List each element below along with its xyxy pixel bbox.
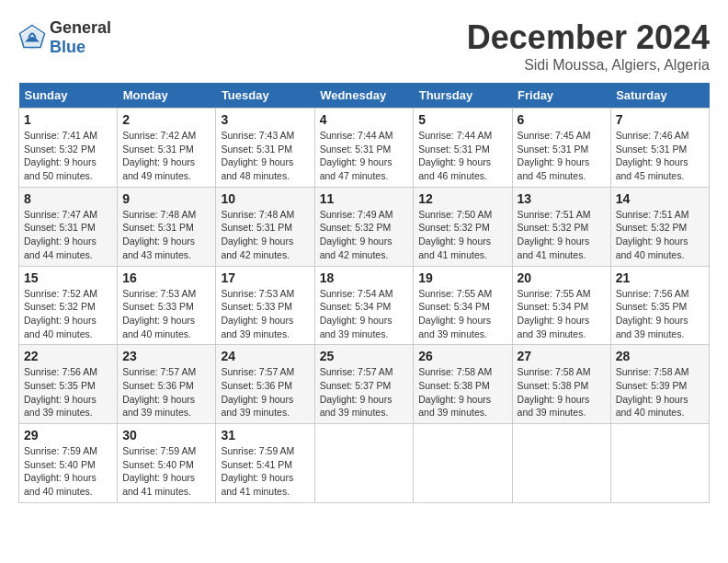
calendar-cell: 15 Sunrise: 7:52 AM Sunset: 5:32 PM Dayl… bbox=[19, 266, 118, 345]
logo-general: General bbox=[50, 18, 111, 37]
day-number: 13 bbox=[518, 191, 606, 206]
calendar-cell: 26 Sunrise: 7:58 AM Sunset: 5:38 PM Dayl… bbox=[414, 345, 512, 424]
header-day-tuesday: Tuesday bbox=[216, 83, 314, 109]
day-number: 29 bbox=[24, 428, 112, 442]
calendar-week-2: 8 Sunrise: 7:47 AM Sunset: 5:31 PM Dayli… bbox=[19, 187, 710, 266]
day-number: 7 bbox=[616, 112, 704, 127]
day-number: 30 bbox=[122, 428, 210, 442]
day-info: Sunrise: 7:55 AM Sunset: 5:34 PM Dayligh… bbox=[418, 287, 506, 341]
calendar-cell bbox=[512, 424, 610, 503]
calendar-week-1: 1 Sunrise: 7:41 AM Sunset: 5:32 PM Dayli… bbox=[19, 109, 710, 188]
day-number: 25 bbox=[320, 349, 409, 363]
day-info: Sunrise: 7:59 AM Sunset: 5:40 PM Dayligh… bbox=[24, 444, 112, 499]
day-number: 20 bbox=[518, 270, 606, 285]
day-number: 26 bbox=[418, 349, 506, 363]
day-number: 24 bbox=[221, 349, 309, 363]
day-info: Sunrise: 7:48 AM Sunset: 5:31 PM Dayligh… bbox=[122, 208, 210, 262]
calendar-cell: 16 Sunrise: 7:53 AM Sunset: 5:33 PM Dayl… bbox=[118, 266, 216, 345]
header-day-monday: Monday bbox=[118, 83, 216, 109]
day-number: 9 bbox=[122, 191, 210, 206]
calendar-cell: 30 Sunrise: 7:59 AM Sunset: 5:40 PM Dayl… bbox=[118, 424, 216, 503]
calendar-cell: 2 Sunrise: 7:42 AM Sunset: 5:31 PM Dayli… bbox=[118, 109, 216, 188]
calendar-week-5: 29 Sunrise: 7:59 AM Sunset: 5:40 PM Dayl… bbox=[19, 424, 710, 503]
day-info: Sunrise: 7:54 AM Sunset: 5:34 PM Dayligh… bbox=[320, 287, 409, 341]
day-info: Sunrise: 7:43 AM Sunset: 5:31 PM Dayligh… bbox=[221, 129, 309, 183]
day-number: 23 bbox=[122, 349, 210, 363]
day-info: Sunrise: 7:51 AM Sunset: 5:32 PM Dayligh… bbox=[616, 208, 704, 262]
calendar-cell: 5 Sunrise: 7:44 AM Sunset: 5:31 PM Dayli… bbox=[414, 109, 512, 188]
calendar-cell: 7 Sunrise: 7:46 AM Sunset: 5:31 PM Dayli… bbox=[610, 109, 709, 188]
day-info: Sunrise: 7:58 AM Sunset: 5:38 PM Dayligh… bbox=[518, 365, 606, 419]
day-number: 18 bbox=[320, 270, 409, 285]
day-number: 21 bbox=[616, 270, 704, 285]
calendar-cell: 9 Sunrise: 7:48 AM Sunset: 5:31 PM Dayli… bbox=[118, 187, 216, 266]
calendar-cell: 21 Sunrise: 7:56 AM Sunset: 5:35 PM Dayl… bbox=[610, 266, 709, 345]
day-info: Sunrise: 7:46 AM Sunset: 5:31 PM Dayligh… bbox=[616, 129, 704, 183]
header-day-thursday: Thursday bbox=[414, 83, 512, 109]
day-info: Sunrise: 7:53 AM Sunset: 5:33 PM Dayligh… bbox=[221, 287, 309, 341]
day-info: Sunrise: 7:44 AM Sunset: 5:31 PM Dayligh… bbox=[418, 129, 506, 183]
day-info: Sunrise: 7:50 AM Sunset: 5:32 PM Dayligh… bbox=[418, 208, 506, 262]
day-number: 19 bbox=[418, 270, 506, 285]
day-number: 28 bbox=[616, 349, 704, 363]
day-info: Sunrise: 7:49 AM Sunset: 5:32 PM Dayligh… bbox=[320, 208, 409, 262]
day-info: Sunrise: 7:42 AM Sunset: 5:31 PM Dayligh… bbox=[122, 129, 210, 183]
header-day-friday: Friday bbox=[512, 83, 610, 109]
day-number: 22 bbox=[24, 349, 112, 363]
logo-text: General Blue bbox=[50, 18, 111, 57]
header-row: SundayMondayTuesdayWednesdayThursdayFrid… bbox=[19, 83, 710, 109]
calendar-cell: 11 Sunrise: 7:49 AM Sunset: 5:32 PM Dayl… bbox=[314, 187, 414, 266]
day-info: Sunrise: 7:57 AM Sunset: 5:36 PM Dayligh… bbox=[122, 365, 210, 419]
day-number: 15 bbox=[24, 270, 112, 285]
day-info: Sunrise: 7:44 AM Sunset: 5:31 PM Dayligh… bbox=[320, 129, 409, 183]
calendar-cell: 24 Sunrise: 7:57 AM Sunset: 5:36 PM Dayl… bbox=[216, 345, 314, 424]
calendar-table: SundayMondayTuesdayWednesdayThursdayFrid… bbox=[18, 83, 710, 503]
calendar-week-4: 22 Sunrise: 7:56 AM Sunset: 5:35 PM Dayl… bbox=[19, 345, 710, 424]
day-number: 4 bbox=[320, 112, 409, 127]
day-info: Sunrise: 7:48 AM Sunset: 5:31 PM Dayligh… bbox=[221, 208, 309, 262]
day-info: Sunrise: 7:51 AM Sunset: 5:32 PM Dayligh… bbox=[518, 208, 606, 262]
header-day-sunday: Sunday bbox=[19, 83, 118, 109]
day-info: Sunrise: 7:45 AM Sunset: 5:31 PM Dayligh… bbox=[518, 129, 606, 183]
day-info: Sunrise: 7:58 AM Sunset: 5:39 PM Dayligh… bbox=[616, 365, 704, 419]
calendar-cell: 27 Sunrise: 7:58 AM Sunset: 5:38 PM Dayl… bbox=[512, 345, 610, 424]
calendar-cell: 20 Sunrise: 7:55 AM Sunset: 5:34 PM Dayl… bbox=[512, 266, 610, 345]
day-info: Sunrise: 7:57 AM Sunset: 5:37 PM Dayligh… bbox=[320, 365, 409, 419]
day-info: Sunrise: 7:59 AM Sunset: 5:41 PM Dayligh… bbox=[221, 444, 309, 499]
day-number: 11 bbox=[320, 191, 409, 206]
day-number: 16 bbox=[122, 270, 210, 285]
calendar-cell bbox=[314, 424, 414, 503]
calendar-cell: 22 Sunrise: 7:56 AM Sunset: 5:35 PM Dayl… bbox=[19, 345, 118, 424]
calendar-cell: 4 Sunrise: 7:44 AM Sunset: 5:31 PM Dayli… bbox=[314, 109, 414, 188]
day-number: 5 bbox=[418, 112, 506, 127]
calendar-cell: 17 Sunrise: 7:53 AM Sunset: 5:33 PM Dayl… bbox=[216, 266, 314, 345]
logo: General Blue bbox=[18, 18, 111, 57]
calendar-cell: 12 Sunrise: 7:50 AM Sunset: 5:32 PM Dayl… bbox=[414, 187, 512, 266]
day-info: Sunrise: 7:59 AM Sunset: 5:40 PM Dayligh… bbox=[122, 444, 210, 499]
day-info: Sunrise: 7:58 AM Sunset: 5:38 PM Dayligh… bbox=[418, 365, 506, 419]
location-title: Sidi Moussa, Algiers, Algeria bbox=[467, 57, 710, 74]
day-info: Sunrise: 7:53 AM Sunset: 5:33 PM Dayligh… bbox=[122, 287, 210, 341]
calendar-week-3: 15 Sunrise: 7:52 AM Sunset: 5:32 PM Dayl… bbox=[19, 266, 710, 345]
day-info: Sunrise: 7:41 AM Sunset: 5:32 PM Dayligh… bbox=[24, 129, 112, 183]
day-info: Sunrise: 7:56 AM Sunset: 5:35 PM Dayligh… bbox=[24, 365, 112, 419]
day-number: 31 bbox=[221, 428, 309, 442]
calendar-cell bbox=[610, 424, 709, 503]
calendar-cell: 8 Sunrise: 7:47 AM Sunset: 5:31 PM Dayli… bbox=[19, 187, 118, 266]
calendar-cell bbox=[414, 424, 512, 503]
calendar-cell: 25 Sunrise: 7:57 AM Sunset: 5:37 PM Dayl… bbox=[314, 345, 414, 424]
logo-icon bbox=[18, 24, 46, 52]
calendar-cell: 23 Sunrise: 7:57 AM Sunset: 5:36 PM Dayl… bbox=[118, 345, 216, 424]
day-info: Sunrise: 7:47 AM Sunset: 5:31 PM Dayligh… bbox=[24, 208, 112, 262]
day-info: Sunrise: 7:55 AM Sunset: 5:34 PM Dayligh… bbox=[518, 287, 606, 341]
day-number: 17 bbox=[221, 270, 309, 285]
day-number: 14 bbox=[616, 191, 704, 206]
day-number: 10 bbox=[221, 191, 309, 206]
title-section: December 2024 Sidi Moussa, Algiers, Alge… bbox=[467, 18, 710, 74]
day-info: Sunrise: 7:52 AM Sunset: 5:32 PM Dayligh… bbox=[24, 287, 112, 341]
day-number: 3 bbox=[221, 112, 309, 127]
calendar-cell: 19 Sunrise: 7:55 AM Sunset: 5:34 PM Dayl… bbox=[414, 266, 512, 345]
day-number: 1 bbox=[24, 112, 112, 127]
calendar-cell: 1 Sunrise: 7:41 AM Sunset: 5:32 PM Dayli… bbox=[19, 109, 118, 188]
day-number: 27 bbox=[518, 349, 606, 363]
